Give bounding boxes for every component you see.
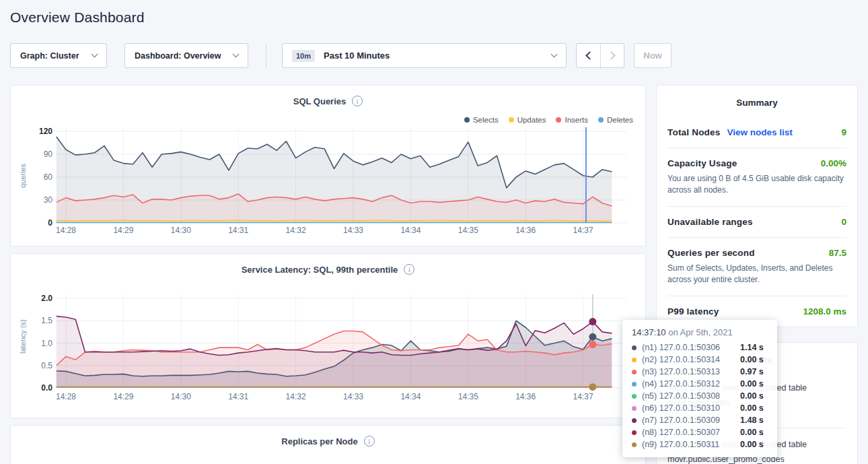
tooltip-row: (n1) 127.0.0.1:503061.14 s [632,341,768,354]
summary-row-unavailable: Unavailable ranges 0 [667,206,846,237]
svg-text:2.0: 2.0 [41,294,52,303]
chevron-down-icon [551,51,558,58]
tooltip-node-value: 0.00 s [740,403,764,413]
legend-dot-icon [556,117,561,123]
summary-row-capacity: Capacity Usage 0.00% You are using 0 B o… [667,147,846,206]
svg-text:14:28: 14:28 [56,392,76,401]
sql-queries-title-row: SQL Queries [11,86,645,106]
chart-title: SQL Queries [293,96,347,106]
chevron-down-icon [92,51,98,58]
series-dot-icon [632,370,637,374]
svg-text:120: 120 [39,127,52,136]
tooltip-node-label: (n9) 127.0.0.1:50311 [642,440,740,449]
tooltip-node-label: (n5) 127.0.0.1:50308 [642,391,740,401]
summary-panel: Summary Total Nodes View nodes list 9 Ca… [656,85,858,327]
graph-dropdown[interactable]: Graph: Cluster [10,43,107,68]
tooltip-row: (n9) 127.0.0.1:503110.00 s [632,438,768,451]
svg-text:14:37: 14:37 [573,226,593,235]
chart-title: Service Latency: SQL, 99th percentile [242,265,398,275]
service-latency-chart[interactable]: 14:2814:2914:3014:3114:3214:3314:3414:35… [11,290,647,407]
chevron-right-icon [607,51,616,60]
series-dot-icon [632,382,637,387]
series-dot-icon [632,430,637,435]
series-dot-icon [632,418,637,423]
svg-text:14:34: 14:34 [400,392,421,401]
p99-latency-label: P99 latency [667,306,719,317]
service-latency-panel: Service Latency: SQL, 99th percentile 14… [10,253,646,418]
graph-dropdown-label: Graph: Cluster [20,51,79,61]
tooltip-node-label: (n1) 127.0.0.1:50306 [642,343,740,352]
y-axis-label: queries [19,174,27,188]
page-title: Overview Dashboard [10,9,858,26]
svg-text:14:28: 14:28 [56,226,76,235]
qps-value: 87.5 [829,248,846,258]
svg-text:14:30: 14:30 [171,392,191,401]
info-icon[interactable] [404,264,414,275]
tooltip-node-label: (n7) 127.0.0.1:50309 [642,416,740,425]
now-button[interactable]: Now [634,43,672,68]
dashboard-dropdown-label: Dashboard: Overview [135,51,221,61]
tooltip-row: (n7) 127.0.0.1:503091.48 s [632,414,768,426]
tooltip-node-value: 0.00 s [740,428,764,437]
tooltip-node-label: (n6) 127.0.0.1:50310 [642,403,740,413]
tooltip-node-value: 1.14 s [740,343,764,352]
time-step-buttons [576,43,624,68]
tooltip-node-value: 0.00 s [740,355,764,364]
svg-text:0.0: 0.0 [41,383,52,393]
svg-text:14:29: 14:29 [113,226,133,235]
svg-text:14:34: 14:34 [400,226,421,235]
svg-text:14:32: 14:32 [286,226,306,235]
svg-text:0.5: 0.5 [41,361,52,370]
total-nodes-value: 9 [841,127,846,137]
y-axis-label: latency (s) [19,340,27,354]
svg-text:14:30: 14:30 [171,226,191,235]
qps-subtext: Sum of Selects, Updates, Inserts, and De… [667,263,846,286]
svg-text:1.5: 1.5 [41,316,52,325]
svg-text:14:37: 14:37 [573,392,593,401]
chart-hover-tooltip: 14:37:10 on Apr 5th, 2021 (n1) 127.0.0.1… [622,320,777,457]
info-icon[interactable] [364,436,375,446]
info-icon[interactable] [352,96,363,106]
summary-row-qps: Queries per second 87.5 Sum of Selects, … [667,237,846,296]
svg-text:14:29: 14:29 [113,392,133,401]
tooltip-row: (n2) 127.0.0.1:503140.00 s [632,354,768,366]
tooltip-node-value: 0.00 s [740,391,764,401]
capacity-subtext: You are using 0 B of 4.5 GiB usable disk… [667,173,846,196]
summary-row-total-nodes: Total Nodes View nodes list 9 [667,117,846,147]
tooltip-node-label: (n8) 127.0.0.1:50307 [642,428,740,437]
tooltip-row: (n5) 127.0.0.1:503080.00 s [632,390,768,402]
capacity-value: 0.00% [821,158,846,168]
time-range-badge: 10m [292,50,315,62]
time-range-dropdown[interactable]: 10m Past 10 Minutes [282,43,567,68]
legend-dot-icon [509,117,514,123]
time-back-button[interactable] [577,44,600,67]
legend-dot-icon [464,117,470,123]
svg-text:14:36: 14:36 [515,392,536,401]
tooltip-row: (n3) 127.0.0.1:503130.97 s [632,366,768,378]
series-dot-icon [632,358,637,362]
service-latency-title-row: Service Latency: SQL, 99th percentile [11,254,645,275]
tooltip-row: (n8) 127.0.0.1:503070.00 s [632,426,768,438]
tooltip-node-value: 0.00 s [740,379,764,389]
svg-text:60: 60 [44,172,53,182]
tooltip-node-value: 1.48 s [740,416,764,425]
series-dot-icon [632,345,637,350]
svg-text:14:31: 14:31 [228,226,248,235]
toolbar: Graph: Cluster Dashboard: Overview 10m P… [10,43,858,68]
time-forward-button[interactable] [600,44,624,67]
dashboard-dropdown[interactable]: Dashboard: Overview [124,43,248,68]
svg-text:14:31: 14:31 [228,392,248,401]
view-nodes-list-link[interactable]: View nodes list [727,127,792,137]
unavailable-ranges-value: 0 [841,217,846,227]
tooltip-row: (n6) 127.0.0.1:503100.00 s [632,402,768,414]
svg-text:14:32: 14:32 [286,392,306,401]
tooltip-node-value: 0.97 s [740,367,764,376]
unavailable-ranges-label: Unavailable ranges [667,217,753,227]
qps-label: Queries per second [667,248,755,258]
sql-queries-panel: SQL Queries SelectsUpdatesInsertsDeletes… [10,85,646,246]
replicas-per-node-panel: Replicas per Node [10,425,646,464]
sql-queries-chart[interactable]: 14:2814:2914:3014:3114:3214:3314:3414:35… [11,123,647,244]
tooltip-node-label: (n4) 127.0.0.1:50312 [642,379,740,389]
svg-text:14:35: 14:35 [458,226,478,235]
svg-text:1.0: 1.0 [41,339,52,348]
